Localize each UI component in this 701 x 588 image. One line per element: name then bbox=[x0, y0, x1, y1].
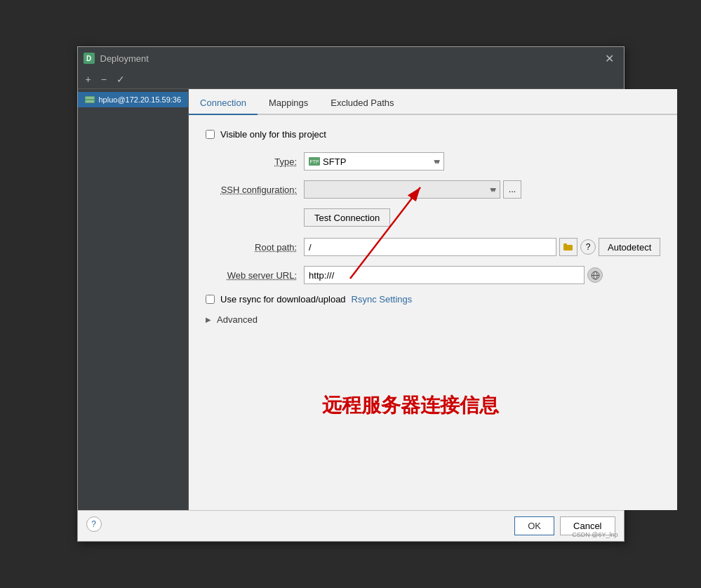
remove-button[interactable]: − bbox=[98, 72, 110, 86]
browse-folder-button[interactable] bbox=[559, 238, 578, 256]
toolbar: + − ✓ bbox=[78, 69, 624, 89]
tab-connection[interactable]: Connection bbox=[189, 92, 258, 115]
web-server-input[interactable]: http:/// bbox=[304, 266, 585, 284]
ssh-select-wrapper: ▼ bbox=[304, 180, 500, 199]
dialog-footer: ? OK Cancel bbox=[78, 510, 624, 541]
cancel-button[interactable]: Cancel bbox=[560, 516, 615, 535]
rsync-checkbox[interactable] bbox=[206, 295, 215, 304]
rsync-label: Use rsync for download/upload bbox=[220, 294, 346, 305]
root-path-label: Root path: bbox=[206, 242, 304, 253]
tab-mappings[interactable]: Mappings bbox=[258, 92, 319, 114]
test-connection-button[interactable]: Test Connection bbox=[304, 208, 390, 227]
type-value: SFTP bbox=[323, 156, 346, 167]
root-path-row: Root path: / ? Autodetect bbox=[206, 238, 660, 256]
root-path-input-group: / ? Autodetect bbox=[304, 238, 660, 256]
sidebar-item-label: hpluo@172.20.15.59:36 bbox=[99, 95, 182, 104]
web-server-row: Web server URL: http:/// bbox=[206, 266, 660, 284]
tab-excluded-paths[interactable]: Excluded Paths bbox=[319, 92, 405, 114]
ssh-input-group: ▼ ... bbox=[304, 180, 521, 199]
confirm-button[interactable]: ✓ bbox=[113, 72, 128, 86]
type-select-wrapper: FTP SFTP ▼ bbox=[304, 152, 444, 171]
content-area: Connection Mappings Excluded Paths Visib… bbox=[189, 89, 677, 510]
tab-content: Visible only for this project Type: FTP … bbox=[189, 115, 677, 510]
svg-rect-2 bbox=[86, 100, 94, 102]
ok-button[interactable]: OK bbox=[514, 516, 554, 535]
root-path-input[interactable]: / bbox=[304, 238, 556, 256]
title-bar-left: D Deployment bbox=[84, 53, 149, 64]
visible-only-label: Visible only for this project bbox=[220, 129, 326, 140]
add-button[interactable]: + bbox=[82, 72, 95, 86]
title-text: Deployment bbox=[100, 53, 149, 64]
tabs: Connection Mappings Excluded Paths bbox=[189, 89, 677, 115]
footer-help-button[interactable]: ? bbox=[86, 516, 102, 532]
root-path-help-button[interactable]: ? bbox=[580, 239, 596, 255]
visible-only-checkbox[interactable] bbox=[206, 130, 215, 139]
sftp-icon: FTP bbox=[309, 157, 320, 166]
svg-rect-3 bbox=[563, 245, 573, 250]
web-server-label: Web server URL: bbox=[206, 270, 304, 281]
ssh-row: SSH configuration: ▼ ... bbox=[206, 180, 660, 199]
dropdown-arrow: ▼ bbox=[432, 158, 439, 166]
ssh-ellipsis-button[interactable]: ... bbox=[503, 180, 521, 199]
rsync-settings-link[interactable]: Rsync Settings bbox=[352, 294, 413, 305]
title-bar: D Deployment ✕ bbox=[78, 47, 624, 69]
server-icon bbox=[85, 96, 95, 103]
advanced-section[interactable]: ▶ Advanced bbox=[206, 314, 660, 325]
sidebar-item-server[interactable]: hpluo@172.20.15.59:36 bbox=[78, 92, 189, 107]
visible-only-row: Visible only for this project bbox=[206, 129, 660, 140]
app-icon: D bbox=[84, 53, 95, 64]
chevron-right-icon: ▶ bbox=[206, 316, 211, 323]
web-url-input-group: http:/// bbox=[304, 266, 603, 284]
sidebar: hpluo@172.20.15.59:36 bbox=[78, 89, 189, 510]
test-connection-row: Test Connection bbox=[304, 208, 660, 227]
ssh-dropdown-arrow: ▼ bbox=[488, 186, 495, 194]
globe-button[interactable] bbox=[587, 267, 603, 283]
ssh-label: SSH configuration: bbox=[206, 185, 304, 195]
autodetect-button[interactable]: Autodetect bbox=[599, 238, 660, 256]
type-row: Type: FTP SFTP ▼ bbox=[206, 152, 660, 171]
svg-rect-1 bbox=[86, 97, 94, 99]
advanced-label: Advanced bbox=[217, 314, 258, 325]
svg-rect-4 bbox=[563, 243, 567, 246]
rsync-row: Use rsync for download/upload Rsync Sett… bbox=[206, 294, 660, 305]
close-button[interactable]: ✕ bbox=[601, 51, 618, 67]
type-label: Type: bbox=[206, 156, 304, 167]
